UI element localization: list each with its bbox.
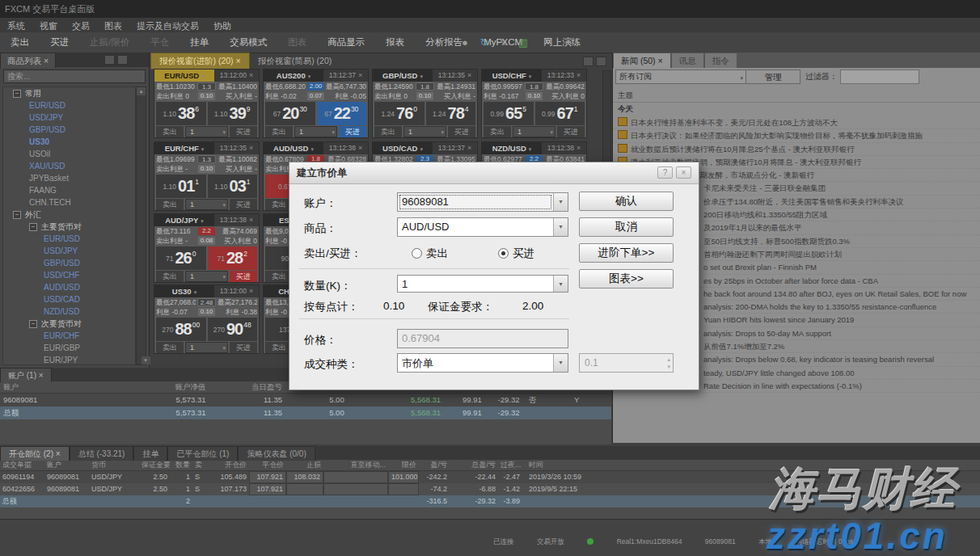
sell-price-button[interactable]: 1.24760 (374, 102, 425, 125)
chevron-down-icon[interactable]: ▾ (529, 146, 532, 152)
chevron-down-icon[interactable]: ▾ (553, 276, 568, 292)
news-item[interactable]: 日本央行维持基准利率不变，美元/日元处在108上方波动不大 (613, 116, 980, 129)
column-header[interactable]: 直至移动... (323, 460, 388, 470)
tile-symbol[interactable]: GBP/USD▾ (373, 70, 433, 82)
buy-button[interactable]: 买进 (230, 271, 257, 282)
amount-select[interactable]: 1 ▾ (397, 275, 568, 293)
news-tab[interactable]: 讯息 (671, 53, 704, 68)
tile-symbol[interactable]: USD/CHF▾ (482, 70, 542, 82)
close-icon[interactable]: × (467, 71, 471, 79)
order-type-select[interactable]: 市价单 ▾ (397, 353, 568, 373)
column-header[interactable]: 开仓价 (207, 460, 249, 470)
quantity-select[interactable]: 1▾ (403, 126, 446, 137)
chevron-down-icon[interactable]: ▾ (201, 74, 205, 79)
sell-button[interactable]: 卖出 (156, 342, 184, 353)
table-row[interactable]: 96089081 5,573.31 11.35 5.00 5,568.31 99… (0, 394, 611, 406)
tile-symbol[interactable]: NZD/USD▾ (482, 142, 542, 154)
toolbar-icon[interactable]: ▥ (516, 36, 530, 50)
close-icon[interactable]: × (358, 144, 362, 152)
tree-item[interactable]: USD/JPY (3, 112, 135, 124)
positions-tab[interactable]: 策略仪表盘 (0/0) (238, 446, 315, 461)
news-item[interactable]: 就业数据后预计澳储行将在10月降息25个基点 - 澳大利亚联邦银行 (613, 143, 980, 156)
buy-price-button[interactable]: 672230 (317, 102, 367, 125)
column-header[interactable]: 时间 (522, 460, 619, 470)
table-row[interactable]: 总额 5,573.31 11.35 5.00 5,568.31 99.91 -2… (0, 406, 611, 419)
panel-icon[interactable] (596, 57, 606, 66)
radio-icon[interactable] (412, 248, 422, 259)
tree-item[interactable]: XAU/USD (3, 160, 135, 172)
radio-selected-icon[interactable] (498, 248, 509, 259)
tree-item[interactable]: EUR/USD (3, 99, 135, 112)
chevron-down-icon[interactable]: ▾ (529, 74, 532, 79)
tree-item[interactable]: USD/JPY (3, 245, 135, 257)
toolbar-button[interactable]: 买进 (40, 32, 79, 53)
menu-item[interactable]: 协助 (206, 19, 239, 33)
quotes-tab[interactable]: 报价视窗(进阶) (20) × (150, 53, 250, 70)
chevron-down-icon[interactable]: ▾ (553, 354, 568, 372)
panel-icon[interactable] (117, 55, 128, 65)
menu-item[interactable]: 提示及自动交易 (129, 19, 206, 33)
account-select[interactable]: 96089081 ▾ (397, 192, 568, 212)
chart-button[interactable]: 图表>> (579, 269, 674, 289)
chevron-down-icon[interactable]: ▾ (194, 289, 197, 295)
tile-symbol[interactable]: US30▾ (154, 285, 214, 297)
column-header[interactable]: 卖 (192, 460, 207, 470)
tree-item[interactable]: AUD/USD (3, 281, 135, 293)
close-icon[interactable]: × (358, 71, 362, 79)
toolbar-icon[interactable]: ✎ (496, 36, 511, 50)
sell-price-button[interactable]: 71260 (156, 246, 206, 270)
tree-item[interactable]: USD/CHF (3, 269, 135, 281)
menu-item[interactable]: 系统 (0, 19, 32, 33)
toolbar-button[interactable]: 报表 (375, 32, 415, 53)
column-header[interactable]: 数量 (170, 460, 192, 470)
tree-item[interactable]: 次要货币对 (3, 318, 135, 330)
buy-price-button[interactable]: 1.10031 (208, 175, 258, 198)
column-header[interactable]: 盈/亏 (419, 460, 450, 470)
toolbar-button[interactable]: 商品显示 (317, 32, 375, 53)
toolbar-button[interactable]: 交易模式 (219, 32, 277, 53)
chevron-down-icon[interactable]: ▾ (201, 218, 204, 224)
tree-item[interactable]: NZD/USD (3, 305, 135, 318)
panel-icon[interactable] (104, 55, 115, 65)
buy-price-button[interactable]: 1.24784 (426, 102, 476, 125)
column-header[interactable]: 平仓价 (249, 460, 286, 470)
chevron-down-icon[interactable]: ▾ (310, 146, 314, 152)
buy-price-button[interactable]: 71282 (208, 246, 258, 270)
tree-item[interactable]: 常用 (3, 87, 135, 99)
news-tab[interactable]: 指令 (704, 53, 737, 68)
tab-accounts[interactable]: 账户 (1) × (0, 368, 52, 382)
buy-button[interactable]: 买进 (448, 126, 475, 137)
column-header[interactable]: 保证金要求 (139, 460, 170, 470)
positions-tab[interactable]: 总结 (-33.21) (70, 446, 134, 461)
chevron-down-icon[interactable]: ▾ (420, 74, 423, 79)
close-icon[interactable]: × (577, 71, 581, 79)
sell-price-button[interactable]: 672030 (265, 102, 315, 125)
tree-scrollbar[interactable]: ▴ ▾ (136, 86, 146, 365)
close-icon[interactable]: × (249, 216, 253, 224)
tree-item[interactable]: EUR/GBP (3, 342, 135, 354)
tree-item[interactable]: US30 (3, 136, 135, 148)
column-header[interactable]: 止损 (286, 460, 323, 470)
tile-symbol[interactable]: AUD/JPY▾ (154, 214, 214, 226)
news-item[interactable]: 日本央行决议：如果经济面临的风险加大影响实现物价目标，将毫不犹豫加码刺激措施 (613, 129, 980, 142)
tree-item[interactable]: JPYBasket (3, 172, 135, 184)
sell-radio[interactable]: 卖出 (412, 246, 448, 261)
tree-item[interactable]: GBP/USD (3, 257, 135, 269)
quotes-tab[interactable]: 报价视窗(简易) (20) (250, 53, 340, 69)
chevron-down-icon[interactable]: ▾ (201, 146, 205, 152)
column-header[interactable]: 货币 (89, 460, 139, 470)
toolbar-button[interactable]: 网上演练 (533, 32, 591, 53)
buy-button[interactable]: 买进 (230, 342, 257, 353)
sell-button[interactable]: 卖出 (265, 126, 293, 137)
news-tab[interactable]: 新闻 (50) × (613, 53, 671, 68)
search-input[interactable]: 搜索... (3, 70, 146, 83)
column-header[interactable]: 账户 (0, 381, 96, 393)
tile-symbol[interactable]: AUS200▾ (264, 70, 323, 82)
dialog-title[interactable]: 建立市价单 (289, 162, 699, 184)
column-header[interactable]: 过夜... (498, 460, 522, 470)
tile-symbol[interactable]: USD/CAD▾ (373, 142, 433, 154)
buy-radio[interactable]: 买进 (498, 246, 534, 261)
tree-item[interactable]: USD/CAD (3, 293, 135, 305)
quantity-select[interactable]: 1▾ (294, 126, 337, 137)
chevron-down-icon[interactable]: ▾ (553, 193, 568, 211)
